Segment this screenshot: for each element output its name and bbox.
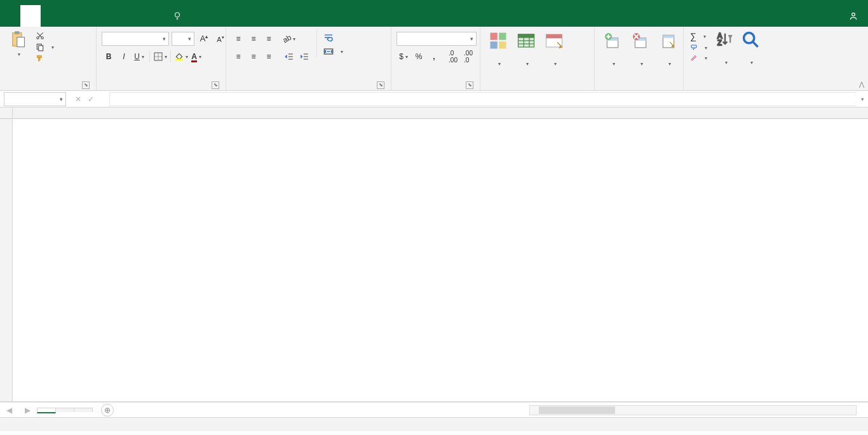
sort-filter-icon: AZ: [715, 29, 735, 50]
percent-icon: %: [416, 52, 423, 61]
sheet-tab-bar: ◀ ▶ ⊕: [0, 402, 868, 417]
person-icon: [849, 11, 858, 20]
align-bottom-button[interactable]: ≡: [262, 32, 276, 46]
fill-button[interactable]: [689, 43, 709, 52]
tab-view[interactable]: [142, 5, 163, 27]
alignment-dialog-launcher[interactable]: ⬊: [377, 81, 384, 89]
tab-data[interactable]: [102, 5, 122, 27]
tab-file[interactable]: [0, 5, 20, 27]
paintbrush-icon: [36, 54, 44, 63]
align-top-button[interactable]: ≡: [231, 32, 245, 46]
italic-button[interactable]: I: [117, 50, 131, 64]
spreadsheet-grid[interactable]: [0, 107, 868, 402]
wrap-text-button[interactable]: [322, 32, 344, 43]
sheet-nav-next[interactable]: ▶: [18, 406, 37, 415]
clipboard-dialog-launcher[interactable]: ⬊: [82, 81, 90, 89]
insert-cells-button[interactable]: [600, 31, 625, 68]
select-all-corner[interactable]: [0, 107, 13, 119]
tab-page-layout[interactable]: [61, 5, 81, 27]
decrease-indent-icon: [285, 52, 294, 61]
align-middle-icon: ≡: [251, 34, 255, 43]
align-left-button[interactable]: ≡: [231, 50, 245, 64]
wrap-text-icon: [323, 32, 334, 43]
sheet-tab-sheet1[interactable]: [55, 408, 74, 412]
tab-insert[interactable]: [41, 5, 61, 27]
increase-decimal-button[interactable]: .0.00: [446, 50, 460, 64]
svg-rect-6: [17, 38, 25, 47]
tab-home[interactable]: [20, 5, 41, 27]
svg-rect-5: [15, 31, 19, 34]
fill-color-button[interactable]: [174, 50, 188, 64]
decrease-indent-button[interactable]: [282, 50, 296, 64]
number-dialog-launcher[interactable]: ⬊: [466, 81, 473, 89]
decrease-font-button[interactable]: A▾: [214, 32, 227, 46]
format-cells-button[interactable]: [656, 31, 681, 68]
accept-formula-button[interactable]: ✓: [88, 95, 94, 104]
align-top-icon: ≡: [236, 34, 240, 43]
expand-formula-bar-button[interactable]: ▾: [857, 96, 868, 102]
comma-icon: ,: [433, 52, 435, 61]
orientation-button[interactable]: ab: [282, 32, 296, 46]
border-button[interactable]: [153, 50, 167, 64]
sort-filter-button[interactable]: AZ: [712, 29, 738, 67]
collapse-ribbon-button[interactable]: ⋀: [859, 81, 864, 88]
cut-button[interactable]: [34, 31, 55, 41]
decrease-decimal-icon: .00.0: [464, 50, 473, 64]
align-center-button[interactable]: ≡: [247, 50, 261, 64]
sheet-nav-prev[interactable]: ◀: [0, 406, 18, 415]
name-box[interactable]: ▾: [4, 92, 66, 106]
bucket-icon: [175, 52, 184, 61]
sheet-tab-sheet3[interactable]: [74, 408, 93, 412]
percent-format-button[interactable]: %: [412, 50, 426, 64]
cells-area[interactable]: [13, 119, 868, 401]
check-icon: ✓: [88, 95, 94, 104]
underline-button[interactable]: U: [132, 50, 146, 64]
font-color-button[interactable]: A: [189, 50, 203, 64]
align-middle-button[interactable]: ≡: [247, 32, 261, 46]
formula-bar: ▾ ✕ ✓ ▾: [0, 91, 868, 107]
horizontal-scrollbar[interactable]: [529, 405, 857, 415]
find-select-button[interactable]: [738, 29, 763, 67]
autosum-button[interactable]: ∑: [689, 31, 709, 42]
x-icon: ✕: [75, 95, 81, 104]
tell-me[interactable]: [173, 5, 187, 27]
sheet-tab-sales[interactable]: [37, 408, 56, 413]
number-format-select[interactable]: ▾: [397, 32, 477, 46]
decrease-font-icon: A▾: [217, 35, 224, 43]
cell-styles-button[interactable]: [541, 31, 567, 68]
font-dialog-launcher[interactable]: ⬊: [212, 81, 219, 89]
format-painter-button[interactable]: [34, 53, 55, 64]
find-icon: [740, 29, 761, 50]
merge-center-button[interactable]: [322, 46, 344, 57]
bold-button[interactable]: B: [102, 50, 116, 64]
align-right-button[interactable]: ≡: [262, 50, 276, 64]
tab-review[interactable]: [122, 5, 142, 27]
conditional-formatting-icon: [488, 31, 508, 51]
font-name-select[interactable]: ▾: [102, 32, 169, 46]
cancel-formula-button[interactable]: ✕: [75, 95, 81, 104]
accounting-format-button[interactable]: $: [397, 50, 410, 64]
copy-icon: [36, 43, 44, 52]
increase-decimal-icon: .0.00: [449, 50, 458, 64]
italic-icon: I: [123, 52, 125, 61]
tab-formulas[interactable]: [81, 5, 102, 27]
font-size-select[interactable]: ▾: [172, 32, 194, 46]
hscroll-thumb[interactable]: [539, 406, 615, 414]
comma-format-button[interactable]: ,: [427, 50, 441, 64]
new-sheet-button[interactable]: ⊕: [101, 404, 114, 417]
merge-icon: [323, 46, 334, 57]
copy-button[interactable]: [34, 42, 55, 52]
clear-button[interactable]: [689, 53, 709, 62]
increase-font-button[interactable]: A▴: [197, 32, 211, 46]
formula-input[interactable]: [109, 92, 857, 106]
increase-indent-button[interactable]: [297, 50, 311, 64]
svg-rect-27: [491, 41, 498, 48]
row-headers[interactable]: [0, 119, 13, 401]
delete-cells-button[interactable]: [628, 31, 653, 68]
share-button[interactable]: [849, 5, 862, 27]
paste-button[interactable]: [5, 29, 31, 59]
conditional-formatting-button[interactable]: [485, 31, 511, 68]
column-headers[interactable]: [13, 107, 868, 119]
decrease-decimal-button[interactable]: .00.0: [461, 50, 475, 64]
format-as-table-button[interactable]: [513, 31, 539, 68]
